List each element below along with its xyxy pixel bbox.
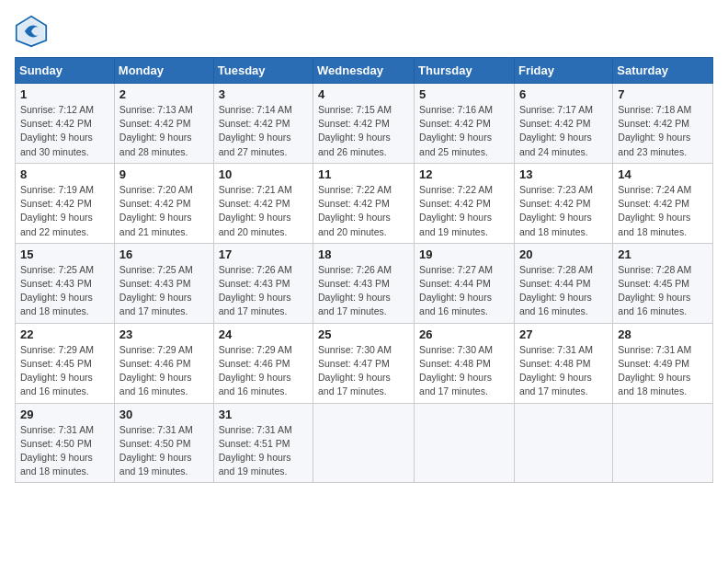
day-info: Sunrise: 7:27 AMSunset: 4:44 PMDaylight:… bbox=[419, 264, 493, 317]
day-info: Sunrise: 7:28 AMSunset: 4:44 PMDaylight:… bbox=[519, 264, 593, 317]
day-info: Sunrise: 7:31 AMSunset: 4:51 PMDaylight:… bbox=[219, 424, 292, 477]
day-info: Sunrise: 7:31 AMSunset: 4:50 PMDaylight:… bbox=[119, 424, 193, 477]
calendar-cell: 20 Sunrise: 7:28 AMSunset: 4:44 PMDaylig… bbox=[514, 243, 612, 323]
day-info: Sunrise: 7:14 AMSunset: 4:42 PMDaylight:… bbox=[219, 104, 292, 157]
calendar-cell: 12 Sunrise: 7:22 AMSunset: 4:42 PMDaylig… bbox=[415, 163, 515, 243]
day-number: 4 bbox=[318, 87, 409, 101]
calendar-cell: 22 Sunrise: 7:29 AMSunset: 4:45 PMDaylig… bbox=[16, 323, 115, 403]
calendar-cell: 16 Sunrise: 7:25 AMSunset: 4:43 PMDaylig… bbox=[114, 243, 213, 323]
calendar-cell: 29 Sunrise: 7:31 AMSunset: 4:50 PMDaylig… bbox=[16, 403, 115, 483]
day-info: Sunrise: 7:26 AMSunset: 4:43 PMDaylight:… bbox=[219, 264, 292, 317]
calendar-cell: 5 Sunrise: 7:16 AMSunset: 4:42 PMDayligh… bbox=[415, 84, 515, 164]
day-number: 26 bbox=[419, 327, 509, 341]
day-number: 5 bbox=[419, 87, 509, 101]
day-number: 22 bbox=[20, 327, 109, 341]
day-number: 25 bbox=[318, 327, 409, 341]
calendar-header-monday: Monday bbox=[114, 58, 213, 84]
day-info: Sunrise: 7:18 AMSunset: 4:42 PMDaylight:… bbox=[618, 104, 691, 157]
calendar-header-row: SundayMondayTuesdayWednesdayThursdayFrid… bbox=[16, 58, 713, 84]
day-info: Sunrise: 7:15 AMSunset: 4:42 PMDaylight:… bbox=[318, 104, 392, 157]
calendar-cell: 30 Sunrise: 7:31 AMSunset: 4:50 PMDaylig… bbox=[114, 403, 213, 483]
day-info: Sunrise: 7:30 AMSunset: 4:47 PMDaylight:… bbox=[318, 344, 392, 397]
page-header bbox=[15, 15, 713, 48]
day-number: 10 bbox=[219, 167, 308, 181]
day-number: 15 bbox=[20, 247, 109, 261]
calendar-header-tuesday: Tuesday bbox=[213, 58, 313, 84]
day-info: Sunrise: 7:29 AMSunset: 4:45 PMDaylight:… bbox=[20, 344, 94, 397]
calendar-cell: 28 Sunrise: 7:31 AMSunset: 4:49 PMDaylig… bbox=[613, 323, 713, 403]
day-info: Sunrise: 7:25 AMSunset: 4:43 PMDaylight:… bbox=[119, 264, 193, 317]
calendar-table: SundayMondayTuesdayWednesdayThursdayFrid… bbox=[15, 57, 713, 483]
calendar-cell: 13 Sunrise: 7:23 AMSunset: 4:42 PMDaylig… bbox=[514, 163, 612, 243]
calendar-header-thursday: Thursday bbox=[415, 58, 515, 84]
calendar-cell: 23 Sunrise: 7:29 AMSunset: 4:46 PMDaylig… bbox=[114, 323, 213, 403]
day-number: 19 bbox=[419, 247, 509, 261]
calendar-cell: 9 Sunrise: 7:20 AMSunset: 4:42 PMDayligh… bbox=[114, 163, 213, 243]
calendar-header-wednesday: Wednesday bbox=[313, 58, 415, 84]
day-info: Sunrise: 7:29 AMSunset: 4:46 PMDaylight:… bbox=[119, 344, 193, 397]
calendar-cell: 18 Sunrise: 7:26 AMSunset: 4:43 PMDaylig… bbox=[313, 243, 415, 323]
calendar-cell bbox=[613, 403, 713, 483]
calendar-header-sunday: Sunday bbox=[16, 58, 115, 84]
calendar-cell: 1 Sunrise: 7:12 AMSunset: 4:42 PMDayligh… bbox=[16, 84, 115, 164]
day-number: 29 bbox=[20, 408, 109, 421]
day-number: 20 bbox=[519, 247, 608, 261]
day-number: 24 bbox=[219, 327, 308, 341]
calendar-cell: 25 Sunrise: 7:30 AMSunset: 4:47 PMDaylig… bbox=[313, 323, 415, 403]
day-info: Sunrise: 7:29 AMSunset: 4:46 PMDaylight:… bbox=[219, 344, 292, 397]
calendar-cell: 10 Sunrise: 7:21 AMSunset: 4:42 PMDaylig… bbox=[213, 163, 313, 243]
day-number: 3 bbox=[219, 87, 308, 101]
day-number: 8 bbox=[20, 167, 109, 181]
calendar-cell: 14 Sunrise: 7:24 AMSunset: 4:42 PMDaylig… bbox=[613, 163, 713, 243]
calendar-cell: 2 Sunrise: 7:13 AMSunset: 4:42 PMDayligh… bbox=[114, 84, 213, 164]
calendar-cell bbox=[313, 403, 415, 483]
calendar-cell: 31 Sunrise: 7:31 AMSunset: 4:51 PMDaylig… bbox=[213, 403, 313, 483]
calendar-cell: 6 Sunrise: 7:17 AMSunset: 4:42 PMDayligh… bbox=[514, 84, 612, 164]
calendar-cell: 4 Sunrise: 7:15 AMSunset: 4:42 PMDayligh… bbox=[313, 84, 415, 164]
day-info: Sunrise: 7:30 AMSunset: 4:48 PMDaylight:… bbox=[419, 344, 493, 397]
calendar-cell: 3 Sunrise: 7:14 AMSunset: 4:42 PMDayligh… bbox=[213, 84, 313, 164]
calendar-cell bbox=[514, 403, 612, 483]
day-info: Sunrise: 7:31 AMSunset: 4:48 PMDaylight:… bbox=[519, 344, 593, 397]
calendar-cell: 21 Sunrise: 7:28 AMSunset: 4:45 PMDaylig… bbox=[613, 243, 713, 323]
day-info: Sunrise: 7:19 AMSunset: 4:42 PMDaylight:… bbox=[20, 184, 94, 237]
calendar-week-row: 22 Sunrise: 7:29 AMSunset: 4:45 PMDaylig… bbox=[16, 323, 713, 403]
day-number: 21 bbox=[618, 247, 708, 261]
day-info: Sunrise: 7:23 AMSunset: 4:42 PMDaylight:… bbox=[519, 184, 593, 237]
day-number: 27 bbox=[519, 327, 608, 341]
calendar-cell: 24 Sunrise: 7:29 AMSunset: 4:46 PMDaylig… bbox=[213, 323, 313, 403]
day-info: Sunrise: 7:20 AMSunset: 4:42 PMDaylight:… bbox=[119, 184, 193, 237]
day-number: 1 bbox=[20, 87, 109, 101]
day-info: Sunrise: 7:22 AMSunset: 4:42 PMDaylight:… bbox=[318, 184, 392, 237]
day-number: 28 bbox=[618, 327, 708, 341]
day-info: Sunrise: 7:25 AMSunset: 4:43 PMDaylight:… bbox=[20, 264, 94, 317]
day-number: 14 bbox=[618, 167, 708, 181]
day-info: Sunrise: 7:28 AMSunset: 4:45 PMDaylight:… bbox=[618, 264, 691, 317]
calendar-cell: 7 Sunrise: 7:18 AMSunset: 4:42 PMDayligh… bbox=[613, 84, 713, 164]
day-number: 7 bbox=[618, 87, 708, 101]
day-info: Sunrise: 7:13 AMSunset: 4:42 PMDaylight:… bbox=[119, 104, 193, 157]
day-number: 17 bbox=[219, 247, 308, 261]
day-number: 11 bbox=[318, 167, 409, 181]
day-number: 31 bbox=[219, 408, 308, 421]
logo bbox=[15, 15, 51, 48]
calendar-header-friday: Friday bbox=[514, 58, 612, 84]
calendar-cell: 26 Sunrise: 7:30 AMSunset: 4:48 PMDaylig… bbox=[415, 323, 515, 403]
day-info: Sunrise: 7:26 AMSunset: 4:43 PMDaylight:… bbox=[318, 264, 392, 317]
calendar-week-row: 29 Sunrise: 7:31 AMSunset: 4:50 PMDaylig… bbox=[16, 403, 713, 483]
calendar-week-row: 1 Sunrise: 7:12 AMSunset: 4:42 PMDayligh… bbox=[16, 84, 713, 164]
calendar-cell: 19 Sunrise: 7:27 AMSunset: 4:44 PMDaylig… bbox=[415, 243, 515, 323]
day-number: 6 bbox=[519, 87, 608, 101]
day-number: 13 bbox=[519, 167, 608, 181]
day-number: 16 bbox=[119, 247, 209, 261]
day-info: Sunrise: 7:12 AMSunset: 4:42 PMDaylight:… bbox=[20, 104, 94, 157]
calendar-header-saturday: Saturday bbox=[613, 58, 713, 84]
calendar-cell: 8 Sunrise: 7:19 AMSunset: 4:42 PMDayligh… bbox=[16, 163, 115, 243]
calendar-cell: 27 Sunrise: 7:31 AMSunset: 4:48 PMDaylig… bbox=[514, 323, 612, 403]
day-number: 30 bbox=[119, 408, 209, 421]
calendar-cell bbox=[415, 403, 515, 483]
calendar-cell: 15 Sunrise: 7:25 AMSunset: 4:43 PMDaylig… bbox=[16, 243, 115, 323]
calendar-cell: 17 Sunrise: 7:26 AMSunset: 4:43 PMDaylig… bbox=[213, 243, 313, 323]
logo-icon bbox=[15, 15, 48, 48]
day-number: 12 bbox=[419, 167, 509, 181]
